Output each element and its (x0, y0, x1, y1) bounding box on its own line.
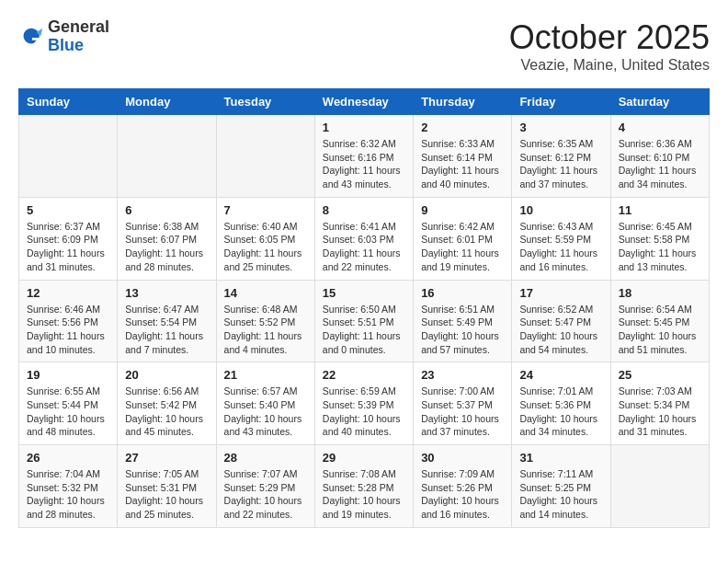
calendar-week-row: 19Sunrise: 6:55 AM Sunset: 5:44 PM Dayli… (19, 362, 710, 445)
day-number: 11 (619, 203, 701, 217)
day-info: Sunrise: 6:38 AM Sunset: 6:07 PM Dayligh… (125, 220, 208, 274)
calendar-cell (118, 115, 216, 198)
weekday-header-saturday: Saturday (610, 89, 709, 115)
day-number: 26 (27, 451, 109, 465)
day-number: 17 (519, 286, 602, 300)
day-number: 29 (323, 451, 405, 465)
day-number: 25 (619, 368, 701, 382)
day-number: 20 (125, 368, 208, 382)
calendar-cell: 29Sunrise: 7:08 AM Sunset: 5:28 PM Dayli… (314, 445, 413, 528)
day-info: Sunrise: 6:46 AM Sunset: 5:56 PM Dayligh… (27, 303, 109, 357)
calendar-cell: 8Sunrise: 6:41 AM Sunset: 6:03 PM Daylig… (314, 197, 413, 280)
calendar-cell: 27Sunrise: 7:05 AM Sunset: 5:31 PM Dayli… (118, 445, 216, 528)
day-number: 9 (421, 203, 504, 217)
title-block: October 2025 Veazie, Maine, United State… (509, 18, 710, 74)
day-info: Sunrise: 7:04 AM Sunset: 5:32 PM Dayligh… (27, 467, 109, 522)
day-info: Sunrise: 6:51 AM Sunset: 5:49 PM Dayligh… (421, 303, 504, 357)
day-info: Sunrise: 6:54 AM Sunset: 5:45 PM Dayligh… (619, 303, 701, 357)
calendar-cell: 17Sunrise: 6:52 AM Sunset: 5:47 PM Dayli… (512, 280, 610, 362)
day-number: 21 (224, 368, 307, 382)
calendar-cell: 13Sunrise: 6:47 AM Sunset: 5:54 PM Dayli… (118, 280, 216, 362)
day-number: 28 (224, 451, 307, 465)
day-number: 13 (125, 286, 208, 300)
day-info: Sunrise: 7:11 AM Sunset: 5:25 PM Dayligh… (519, 467, 602, 522)
calendar-cell: 31Sunrise: 7:11 AM Sunset: 5:25 PM Dayli… (512, 445, 610, 528)
day-info: Sunrise: 6:41 AM Sunset: 6:03 PM Dayligh… (323, 220, 405, 274)
location-title: Veazie, Maine, United States (509, 57, 710, 74)
calendar-cell: 4Sunrise: 6:36 AM Sunset: 6:10 PM Daylig… (610, 115, 709, 198)
calendar-cell: 30Sunrise: 7:09 AM Sunset: 5:26 PM Dayli… (414, 445, 512, 528)
month-title: October 2025 (509, 18, 710, 57)
day-number: 1 (323, 121, 405, 134)
day-info: Sunrise: 6:59 AM Sunset: 5:39 PM Dayligh… (323, 385, 405, 439)
calendar-cell (610, 445, 709, 528)
day-info: Sunrise: 6:52 AM Sunset: 5:47 PM Dayligh… (519, 303, 602, 357)
day-number: 24 (519, 368, 602, 382)
weekday-header-sunday: Sunday (19, 89, 118, 115)
day-number: 7 (224, 203, 307, 217)
day-number: 12 (27, 286, 109, 300)
day-number: 14 (224, 286, 307, 300)
day-number: 5 (27, 203, 109, 217)
day-info: Sunrise: 6:48 AM Sunset: 5:52 PM Dayligh… (224, 303, 307, 357)
calendar-cell: 11Sunrise: 6:45 AM Sunset: 5:58 PM Dayli… (610, 197, 709, 280)
page-header: General Blue October 2025 Veazie, Maine,… (18, 18, 710, 74)
calendar-cell (216, 115, 314, 198)
calendar-cell: 12Sunrise: 6:46 AM Sunset: 5:56 PM Dayli… (19, 280, 118, 362)
calendar-cell: 14Sunrise: 6:48 AM Sunset: 5:52 PM Dayli… (216, 280, 314, 362)
logo-text: General Blue (48, 18, 109, 55)
day-info: Sunrise: 7:03 AM Sunset: 5:34 PM Dayligh… (619, 385, 701, 439)
day-info: Sunrise: 7:09 AM Sunset: 5:26 PM Dayligh… (421, 467, 504, 522)
weekday-header-tuesday: Tuesday (216, 89, 314, 115)
calendar-cell: 18Sunrise: 6:54 AM Sunset: 5:45 PM Dayli… (610, 280, 709, 362)
day-number: 6 (125, 203, 208, 217)
day-info: Sunrise: 7:05 AM Sunset: 5:31 PM Dayligh… (125, 467, 208, 522)
calendar-week-row: 26Sunrise: 7:04 AM Sunset: 5:32 PM Dayli… (19, 445, 710, 528)
day-info: Sunrise: 6:47 AM Sunset: 5:54 PM Dayligh… (125, 303, 208, 357)
day-info: Sunrise: 6:50 AM Sunset: 5:51 PM Dayligh… (323, 303, 405, 357)
calendar-cell (19, 115, 118, 198)
day-number: 22 (323, 368, 405, 382)
day-info: Sunrise: 7:01 AM Sunset: 5:36 PM Dayligh… (519, 385, 602, 439)
day-info: Sunrise: 6:43 AM Sunset: 5:59 PM Dayligh… (519, 220, 602, 274)
calendar-cell: 16Sunrise: 6:51 AM Sunset: 5:49 PM Dayli… (414, 280, 512, 362)
day-number: 8 (323, 203, 405, 217)
calendar-week-row: 5Sunrise: 6:37 AM Sunset: 6:09 PM Daylig… (19, 197, 710, 280)
day-info: Sunrise: 7:08 AM Sunset: 5:28 PM Dayligh… (323, 467, 405, 522)
day-number: 3 (519, 121, 602, 134)
logo-icon (18, 24, 44, 50)
day-info: Sunrise: 6:32 AM Sunset: 6:16 PM Dayligh… (323, 137, 405, 191)
day-info: Sunrise: 6:40 AM Sunset: 6:05 PM Dayligh… (224, 220, 307, 274)
calendar-cell: 23Sunrise: 7:00 AM Sunset: 5:37 PM Dayli… (414, 362, 512, 445)
day-number: 30 (421, 451, 504, 465)
logo-blue-text: Blue (48, 37, 109, 55)
day-info: Sunrise: 6:56 AM Sunset: 5:42 PM Dayligh… (125, 385, 208, 439)
calendar-cell: 15Sunrise: 6:50 AM Sunset: 5:51 PM Dayli… (314, 280, 413, 362)
day-info: Sunrise: 7:00 AM Sunset: 5:37 PM Dayligh… (421, 385, 504, 439)
calendar-cell: 6Sunrise: 6:38 AM Sunset: 6:07 PM Daylig… (118, 197, 216, 280)
calendar-cell: 21Sunrise: 6:57 AM Sunset: 5:40 PM Dayli… (216, 362, 314, 445)
calendar-cell: 5Sunrise: 6:37 AM Sunset: 6:09 PM Daylig… (19, 197, 118, 280)
day-info: Sunrise: 6:55 AM Sunset: 5:44 PM Dayligh… (27, 385, 109, 439)
day-number: 18 (619, 286, 701, 300)
day-info: Sunrise: 6:45 AM Sunset: 5:58 PM Dayligh… (619, 220, 701, 274)
calendar-table: SundayMondayTuesdayWednesdayThursdayFrid… (18, 88, 710, 528)
calendar-cell: 26Sunrise: 7:04 AM Sunset: 5:32 PM Dayli… (19, 445, 118, 528)
calendar-cell: 20Sunrise: 6:56 AM Sunset: 5:42 PM Dayli… (118, 362, 216, 445)
day-info: Sunrise: 6:33 AM Sunset: 6:14 PM Dayligh… (421, 137, 504, 191)
day-number: 23 (421, 368, 504, 382)
day-number: 10 (519, 203, 602, 217)
day-info: Sunrise: 6:36 AM Sunset: 6:10 PM Dayligh… (619, 137, 701, 191)
calendar-week-row: 12Sunrise: 6:46 AM Sunset: 5:56 PM Dayli… (19, 280, 710, 362)
calendar-cell: 28Sunrise: 7:07 AM Sunset: 5:29 PM Dayli… (216, 445, 314, 528)
weekday-header-wednesday: Wednesday (314, 89, 413, 115)
calendar-cell: 7Sunrise: 6:40 AM Sunset: 6:05 PM Daylig… (216, 197, 314, 280)
calendar-cell: 9Sunrise: 6:42 AM Sunset: 6:01 PM Daylig… (414, 197, 512, 280)
day-info: Sunrise: 7:07 AM Sunset: 5:29 PM Dayligh… (224, 467, 307, 522)
day-number: 31 (519, 451, 602, 465)
day-number: 4 (619, 121, 701, 134)
day-info: Sunrise: 6:37 AM Sunset: 6:09 PM Dayligh… (27, 220, 109, 274)
calendar-cell: 3Sunrise: 6:35 AM Sunset: 6:12 PM Daylig… (512, 115, 610, 198)
day-info: Sunrise: 6:42 AM Sunset: 6:01 PM Dayligh… (421, 220, 504, 274)
day-number: 27 (125, 451, 208, 465)
